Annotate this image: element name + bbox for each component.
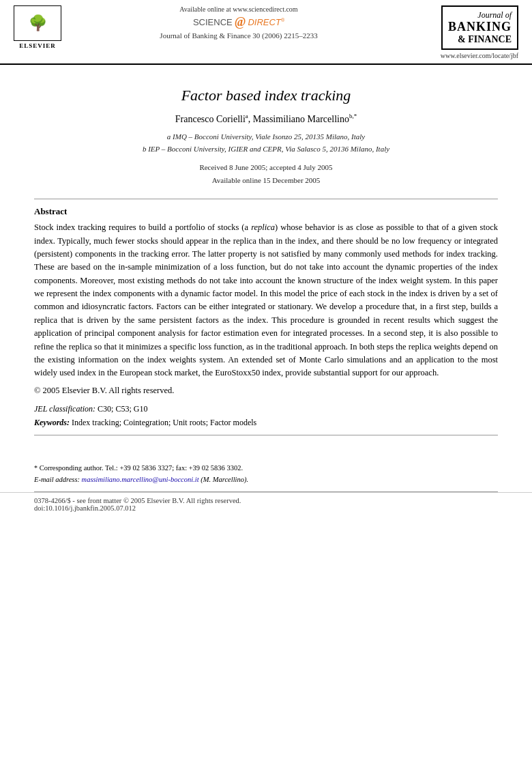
page: 🌳 ELSEVIER Available online at www.scien… [0, 0, 532, 774]
jel-label: JEL classification: [34, 404, 95, 414]
affiliations: a IMQ – Bocconi University, Viale Isonzo… [34, 131, 498, 155]
header-center: Available online at www.sciencedirect.co… [75, 5, 402, 40]
abstract-text: Stock index tracking requires to build a… [34, 221, 498, 380]
footnote-email-line: E-mail address: massimiliano.marcellino@… [34, 474, 498, 486]
keywords-terms: Index tracking; Cointegration; Unit root… [72, 418, 256, 427]
at-icon: @ [235, 15, 246, 29]
keywords-section: Keywords: Index tracking; Cointegration;… [34, 418, 498, 428]
footnote-section: * Corresponding author. Tel.: +39 02 583… [0, 456, 532, 491]
author-2-sup: b,* [349, 113, 357, 119]
available-online-text: Available online at www.sciencedirect.co… [179, 5, 297, 13]
page-footer: 0378-4266/$ - see front matter © 2005 El… [0, 492, 532, 516]
elsevier-logo: 🌳 ELSEVIER [14, 5, 61, 49]
journal-reference: Journal of Banking & Finance 30 (2006) 2… [160, 31, 317, 40]
author-1: Francesco Corielli [175, 113, 246, 124]
available-date: Available online 15 December 2005 [34, 174, 498, 188]
issn-line: 0378-4266/$ - see front matter © 2005 El… [34, 497, 498, 504]
jel-codes: C30; C53; G10 [98, 404, 147, 414]
jel-section: JEL classification: C30; C53; G10 [34, 404, 498, 414]
science-text: SCIENCE [193, 17, 233, 27]
journal-header: 🌳 ELSEVIER Available online at www.scien… [0, 0, 532, 65]
journal-title-box: Journal of BANKING & FINANCE [441, 5, 518, 50]
doi-line: doi:10.1016/j.jbankfin.2005.07.012 [34, 504, 498, 512]
footnote-line-1: * Corresponding author. Tel.: +39 02 583… [34, 463, 498, 474]
affiliation-a: a IMQ – Bocconi University, Viale Isonzo… [34, 131, 498, 143]
email-link[interactable]: massimiliano.marcellino@uni-bocconi.it [82, 476, 199, 483]
authors-line: Francesco Coriellia, Massimiliano Marcel… [34, 113, 498, 125]
received-date: Received 8 June 2005; accepted 4 July 20… [34, 161, 498, 175]
keywords-label: Keywords: [34, 418, 70, 427]
footnote-corresponding: Corresponding author. Tel.: +39 02 5836 … [40, 464, 243, 472]
header-right: Journal of BANKING & FINANCE www.elsevie… [416, 5, 518, 59]
main-content: Factor based index tracking Francesco Co… [0, 65, 532, 456]
paper-title: Factor based index tracking [34, 87, 498, 104]
email-person: (M. Marcellino). [201, 476, 248, 483]
abstract-section: Abstract Stock index tracking requires t… [34, 206, 498, 397]
affiliation-b: b IEP – Bocconi University, IGIER and CE… [34, 143, 498, 156]
footnote-star: * [34, 464, 38, 472]
trademark: ® [281, 18, 284, 23]
journal-of-text: Journal of [448, 10, 512, 20]
finance-text: & FINANCE [448, 34, 512, 45]
dates: Received 8 June 2005; accepted 4 July 20… [34, 161, 498, 188]
elsevier-label: ELSEVIER [19, 42, 56, 49]
top-divider [34, 199, 498, 199]
bottom-divider [34, 435, 498, 435]
tree-icon: 🌳 [29, 16, 47, 31]
email-label: E-mail address: [34, 476, 80, 483]
journal-url: www.elsevier.com/locate/jbf [441, 52, 518, 59]
direct-text: DIRECT® [248, 17, 284, 27]
sciencedirect-logo: SCIENCE @ DIRECT® [193, 15, 284, 29]
copyright-text: © 2005 Elsevier B.V. All rights reserved… [34, 384, 498, 397]
abstract-title: Abstract [34, 206, 498, 217]
banking-text: BANKING [448, 20, 512, 34]
elsevier-tree-box: 🌳 [14, 5, 61, 41]
author-2: , Massimiliano Marcellino [248, 113, 349, 124]
